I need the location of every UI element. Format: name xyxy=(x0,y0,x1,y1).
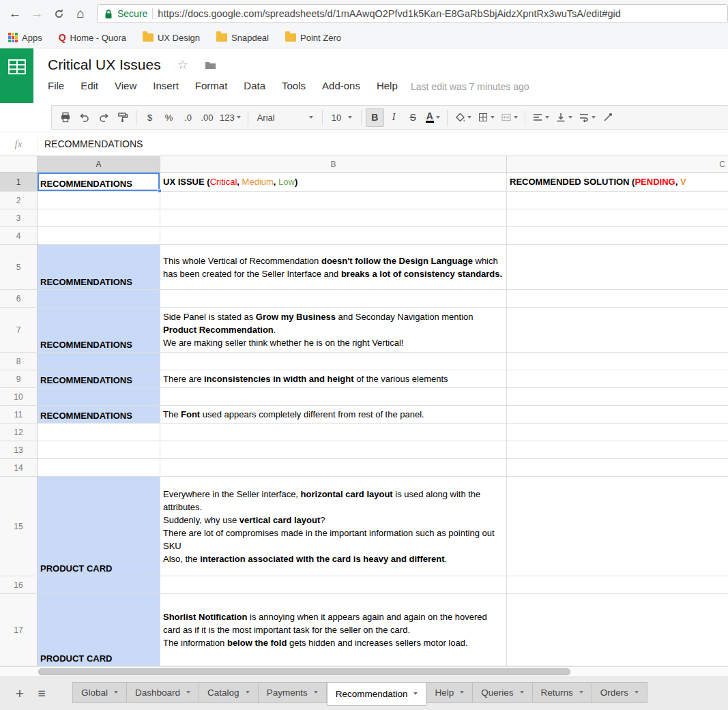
cell-B16[interactable] xyxy=(160,576,507,593)
cell-C4[interactable] xyxy=(507,227,728,244)
redo-button[interactable] xyxy=(94,108,113,127)
cell-B2[interactable] xyxy=(160,192,507,209)
tab-menu-arrow-icon[interactable] xyxy=(246,691,250,694)
print-button[interactable] xyxy=(56,108,74,127)
row-header-2[interactable]: 2 xyxy=(0,192,38,209)
cell-A11[interactable]: RECOMMENDATIONS xyxy=(38,406,160,423)
add-sheet-button[interactable]: + xyxy=(10,685,30,702)
cell-C5[interactable] xyxy=(507,245,728,289)
cell-B1[interactable]: UX ISSUE (Critical, Medium, Low) xyxy=(160,173,507,191)
cell-A14[interactable] xyxy=(38,459,160,476)
cell-C3[interactable] xyxy=(507,209,728,226)
cell-C11[interactable] xyxy=(507,406,728,423)
bookmark-item[interactable]: Snapdeal xyxy=(216,32,269,43)
tab-menu-arrow-icon[interactable] xyxy=(114,691,118,694)
cell-B7[interactable]: Side Panel is stated as Grow my Business… xyxy=(160,308,507,352)
tab-menu-arrow-icon[interactable] xyxy=(460,691,464,694)
bookmark-item[interactable]: Point Zero xyxy=(285,32,341,43)
increase-decimal-button[interactable]: .00 xyxy=(198,108,216,127)
cell-C9[interactable] xyxy=(507,370,728,387)
sheet-tab-global[interactable]: Global xyxy=(72,682,127,703)
doc-title[interactable]: Critical UX Issues xyxy=(48,57,161,73)
cell-A5[interactable]: RECOMMENDATIONS xyxy=(38,245,160,289)
decrease-decimal-button[interactable]: .0 xyxy=(179,108,197,127)
borders-button[interactable] xyxy=(475,108,497,127)
font-family-select[interactable]: Arial xyxy=(252,108,318,127)
cell-A17[interactable]: PRODUCT CARD xyxy=(38,594,160,666)
sheet-tab-catalog[interactable]: Catalog xyxy=(199,682,259,703)
sheet-tab-recommendation[interactable]: Recommendation xyxy=(327,682,427,706)
cell-A13[interactable] xyxy=(38,441,160,458)
font-size-select[interactable]: 10 xyxy=(327,108,357,127)
apps-shortcut[interactable]: Apps xyxy=(8,33,42,43)
cell-C15[interactable] xyxy=(507,477,728,576)
sheet-tab-dashboard[interactable]: Dashboard xyxy=(127,682,199,703)
cell-B3[interactable] xyxy=(160,209,507,226)
cell-A15[interactable]: PRODUCT CARD xyxy=(38,477,160,576)
bookmark-item[interactable]: QHome - Quora xyxy=(59,32,126,43)
row-header-8[interactable]: 8 xyxy=(0,353,38,370)
cell-B5[interactable]: This whole Vertical of Recommendation do… xyxy=(160,245,507,289)
cell-C8[interactable] xyxy=(507,353,728,370)
cell-C13[interactable] xyxy=(507,441,728,458)
sheet-tab-returns[interactable]: Returns xyxy=(533,682,592,703)
sheets-logo[interactable] xyxy=(0,48,33,103)
cell-B4[interactable] xyxy=(160,227,507,244)
cell-A1[interactable]: RECOMMENDATIONS xyxy=(38,173,160,191)
horizontal-align-button[interactable] xyxy=(529,108,552,127)
number-format-button[interactable]: 123 xyxy=(217,108,244,127)
menu-addons[interactable]: Add-ons xyxy=(322,80,360,91)
back-icon[interactable]: ← xyxy=(5,4,25,23)
menu-data[interactable]: Data xyxy=(244,80,265,91)
tab-menu-arrow-icon[interactable] xyxy=(520,691,524,694)
select-all-corner[interactable] xyxy=(0,156,38,172)
cell-C1[interactable]: RECOMMENDED SOLUTION (PENDING, V xyxy=(507,173,728,191)
cell-A4[interactable] xyxy=(38,227,160,244)
star-icon[interactable]: ☆ xyxy=(177,57,188,72)
sheet-tab-help[interactable]: Help xyxy=(426,682,473,703)
horizontal-scrollbar-thumb[interactable] xyxy=(38,668,570,675)
address-bar[interactable]: Secure https://docs.google.com/spreadshe… xyxy=(97,4,728,23)
tab-menu-arrow-icon[interactable] xyxy=(635,691,639,694)
fill-color-button[interactable] xyxy=(452,108,474,127)
refresh-icon[interactable] xyxy=(49,4,68,23)
horizontal-scrollbar[interactable] xyxy=(0,666,728,677)
row-header-1[interactable]: 1 xyxy=(0,173,38,191)
row-header-15[interactable]: 15 xyxy=(0,477,38,576)
menu-help[interactable]: Help xyxy=(377,80,398,91)
cell-A12[interactable] xyxy=(38,424,160,441)
formula-input[interactable]: RECOMMENDATIONS xyxy=(38,138,143,149)
menu-view[interactable]: View xyxy=(115,80,136,91)
row-header-9[interactable]: 9 xyxy=(0,370,38,387)
cell-B6[interactable] xyxy=(160,290,507,307)
text-rotation-button[interactable] xyxy=(599,108,617,127)
move-folder-icon[interactable] xyxy=(205,61,216,70)
cell-C2[interactable] xyxy=(507,192,728,209)
row-header-14[interactable]: 14 xyxy=(0,459,38,476)
cell-C14[interactable] xyxy=(507,459,728,476)
cell-C6[interactable] xyxy=(507,290,728,307)
strikethrough-button[interactable]: S xyxy=(404,108,422,127)
cell-B9[interactable]: There are inconsistencies in width and h… xyxy=(160,370,507,387)
format-percent-button[interactable]: % xyxy=(160,108,178,127)
row-header-17[interactable]: 17 xyxy=(0,594,38,666)
cell-A7[interactable]: RECOMMENDATIONS xyxy=(38,308,160,352)
menu-format[interactable]: Format xyxy=(195,80,228,91)
home-icon[interactable]: ⌂ xyxy=(71,4,90,23)
column-header-A[interactable]: A xyxy=(38,156,160,172)
row-header-12[interactable]: 12 xyxy=(0,424,38,441)
row-header-5[interactable]: 5 xyxy=(0,245,38,289)
menu-insert[interactable]: Insert xyxy=(153,80,179,91)
cell-B10[interactable] xyxy=(160,388,507,405)
last-edit-status[interactable]: Last edit was 7 minutes ago xyxy=(411,81,529,92)
row-header-10[interactable]: 10 xyxy=(0,388,38,405)
tab-menu-arrow-icon[interactable] xyxy=(314,691,318,694)
row-header-13[interactable]: 13 xyxy=(0,441,38,458)
row-header-6[interactable]: 6 xyxy=(0,290,38,307)
sheet-tab-orders[interactable]: Orders xyxy=(592,682,647,703)
tab-menu-arrow-icon[interactable] xyxy=(579,691,583,694)
column-header-C[interactable]: C xyxy=(507,156,728,172)
row-header-4[interactable]: 4 xyxy=(0,227,38,244)
format-currency-button[interactable]: $ xyxy=(141,108,159,127)
cell-A8[interactable] xyxy=(38,353,160,370)
